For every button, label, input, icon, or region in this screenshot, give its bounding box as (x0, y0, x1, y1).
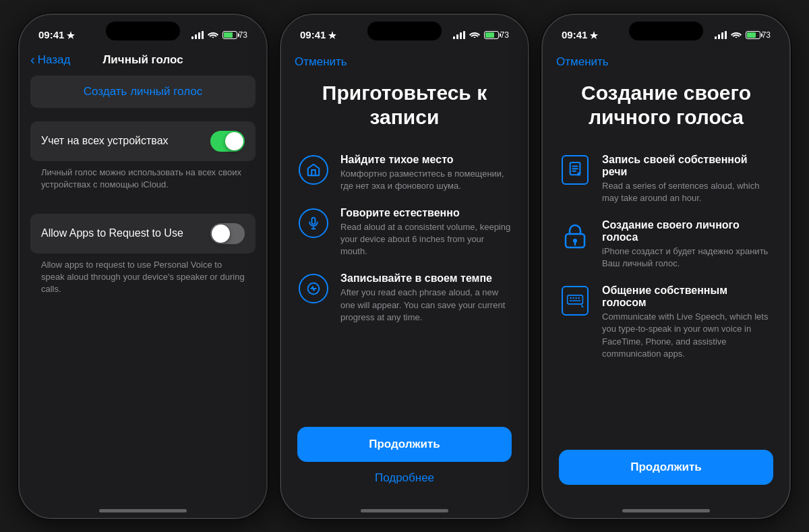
allow-apps-row-container: Allow Apps to Request to Use (30, 214, 256, 254)
feature-desc-speak: Read aloud at a consistent volume, keepi… (340, 221, 512, 258)
home-indicator-3 (622, 509, 710, 512)
allow-apps-label: Allow Apps to Request to Use (41, 227, 183, 239)
feature-item-record: Запись своей собственной речи Read a ser… (559, 154, 773, 204)
wifi-icon-1 (208, 30, 218, 40)
allow-apps-description: Allow apps to request to use Personal Vo… (30, 254, 256, 305)
feature-title-quiet: Найдите тихое место (340, 154, 512, 166)
doc-icon (562, 155, 589, 185)
status-icons-2: 73 (453, 30, 509, 40)
feature-desc-quiet: Комфортно разместитесь в помещении, где … (340, 168, 512, 192)
phone2-title: Приготовьтесь к записи (297, 81, 512, 129)
icloud-sync-section: Учет на всех устройствах Личный голос мо… (30, 121, 256, 200)
feature-item-quiet: Найдите тихое место Комфортно разместите… (297, 154, 512, 192)
cancel-bar-3: Отменить (543, 50, 789, 74)
phone-1: 09:41 73 ‹ Наз (18, 13, 268, 519)
wave-icon (299, 274, 328, 303)
nav-title-1: Личный голос (102, 53, 183, 67)
status-time-2: 09:41 (300, 29, 336, 40)
dynamic-island-2 (367, 22, 442, 40)
feature-title-communicate: Общение собственным голосом (602, 285, 773, 309)
phone-3: 09:41 73 Отменить С (541, 13, 791, 519)
phone3-title: Создание своего личного голоса (559, 81, 773, 129)
icloud-sync-toggle[interactable] (210, 131, 245, 152)
signal-bars-1 (191, 31, 204, 39)
feature-desc-pace: After you read each phrase aloud, a new … (340, 287, 512, 324)
svg-rect-8 (568, 295, 583, 304)
feature-title-pace: Записывайте в своем темпе (340, 272, 512, 285)
keyboard-icon (562, 286, 589, 316)
dynamic-island-1 (106, 22, 180, 40)
feature-desc-communicate: Communicate with Live Speech, which lets… (602, 311, 773, 360)
cancel-button-2[interactable]: Отменить (295, 55, 347, 69)
allow-apps-toggle[interactable] (210, 223, 245, 244)
status-time-3: 09:41 (562, 29, 598, 40)
feature-desc-record: Read a series of sentences aloud, which … (602, 180, 773, 204)
feature-title-speak: Говорите естественно (340, 207, 512, 219)
signal-bars-3 (715, 31, 727, 39)
feature-title-create: Создание своего личного голоса (602, 219, 773, 243)
wifi-icon-3 (731, 30, 742, 40)
phone2-main: Приготовьтесь к записи Найдите тихое ме (281, 74, 528, 416)
icloud-sync-description: Личный голос можно использовать на всех … (30, 161, 256, 200)
cancel-bar-2: Отменить (281, 50, 528, 74)
battery-icon-1: 73 (222, 30, 247, 40)
chevron-left-icon: ‹ (30, 52, 35, 67)
phone-2: 09:41 73 Отменить П (280, 13, 529, 519)
battery-icon-2: 73 (484, 30, 509, 40)
signal-bars-2 (453, 31, 465, 39)
dynamic-island-3 (629, 22, 703, 40)
allow-apps-row: Allow Apps to Request to Use (30, 214, 256, 254)
nav-bar-1: ‹ Назад Личный голос (20, 50, 266, 76)
status-icons-3: 73 (715, 30, 771, 40)
feature-item-create: Создание своего личного голоса iPhone со… (559, 219, 773, 270)
screen-content-3: Отменить Создание своего личного голоса (543, 50, 789, 505)
home-indicator-2 (361, 509, 448, 512)
feature-item-communicate: Общение собственным голосом Communicate … (559, 285, 773, 360)
status-time-1: 09:41 (38, 29, 75, 40)
icloud-sync-row: Учет на всех устройствах (30, 121, 256, 161)
battery-icon-3: 73 (746, 30, 771, 40)
feature-title-record: Запись своей собственной речи (602, 154, 773, 178)
phone1-body: Создать личный голос Учет на всех устрой… (20, 76, 266, 505)
bottom-actions-2: Продолжить Подробнее (281, 416, 528, 505)
svg-rect-0 (312, 218, 316, 225)
feature-desc-create: iPhone создаст и будет надежно хранить В… (602, 245, 773, 270)
create-voice-button[interactable]: Создать личный голос (30, 76, 256, 108)
icloud-sync-row-container: Учет на всех устройствах (30, 121, 256, 161)
location-icon-2 (328, 31, 336, 39)
screen-content-2: Отменить Приготовьтесь к записи (281, 50, 528, 505)
location-icon (67, 31, 75, 39)
status-icons-1: 73 (191, 30, 247, 40)
feature-item-pace: Записывайте в своем темпе After you read… (297, 272, 512, 324)
allow-apps-section: Allow Apps to Request to Use Allow apps … (30, 214, 256, 305)
wifi-icon-2 (469, 30, 480, 40)
screen-content-1: ‹ Назад Личный голос Создать личный голо… (20, 50, 266, 505)
icloud-sync-label: Учет на всех устройствах (41, 135, 169, 147)
continue-button-3[interactable]: Продолжить (559, 450, 773, 485)
toggle-thumb (225, 132, 243, 150)
continue-button-2[interactable]: Продолжить (297, 427, 512, 462)
bottom-actions-3: Продолжить (543, 439, 789, 505)
mic-icon (299, 208, 328, 238)
feature-item-speak: Говорите естественно Read aloud at a con… (297, 207, 512, 258)
lock-icon (560, 220, 590, 250)
feature-list-2: Найдите тихое место Комфортно разместите… (297, 154, 512, 324)
more-link-2[interactable]: Подробнее (375, 471, 434, 485)
location-icon-3 (590, 31, 598, 39)
phone3-main: Создание своего личного голоса (543, 74, 789, 439)
home-icon (299, 155, 328, 185)
back-button-1[interactable]: ‹ Назад (30, 53, 70, 67)
toggle-thumb-2 (212, 225, 230, 243)
cancel-button-3[interactable]: Отменить (556, 55, 609, 69)
home-indicator-1 (99, 509, 187, 512)
feature-list-3: Запись своей собственной речи Read a ser… (559, 154, 773, 361)
